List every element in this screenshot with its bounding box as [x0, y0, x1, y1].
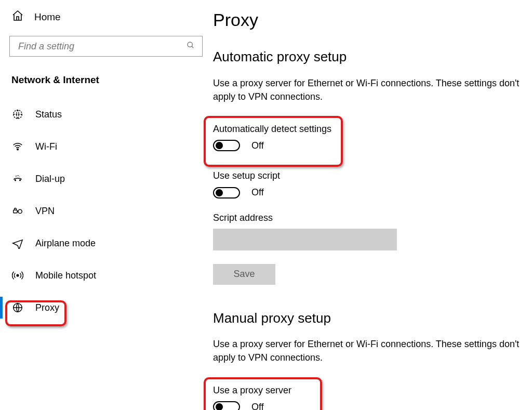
sidebar-item-label: Status — [35, 109, 62, 120]
home-nav[interactable]: Home — [0, 7, 213, 33]
sidebar-item-label: Wi-Fi — [35, 141, 57, 152]
svg-rect-6 — [14, 210, 17, 213]
auto-proxy-description: Use a proxy server for Ethernet or Wi-Fi… — [213, 76, 527, 103]
svg-point-0 — [188, 42, 192, 47]
script-address-input[interactable] — [213, 229, 397, 250]
sidebar-item-label: VPN — [35, 206, 55, 217]
svg-point-5 — [20, 180, 21, 181]
svg-point-3 — [17, 149, 19, 150]
svg-point-7 — [18, 209, 22, 213]
dialup-icon — [11, 173, 24, 184]
auto-detect-state: Off — [251, 139, 264, 152]
manual-proxy-heading: Manual proxy setup — [213, 309, 527, 328]
content-pane: Proxy Automatic proxy setup Use a proxy … — [213, 0, 532, 410]
sidebar-item-airplane[interactable]: Airplane mode — [0, 227, 213, 259]
auto-detect-toggle[interactable] — [213, 140, 240, 151]
globe-dashed-icon — [11, 109, 24, 120]
hotspot-icon — [11, 270, 24, 281]
svg-point-8 — [17, 274, 19, 276]
sidebar-item-wifi[interactable]: Wi-Fi — [0, 130, 213, 163]
home-icon — [11, 9, 24, 24]
page-title: Proxy — [213, 7, 527, 33]
sidebar-item-label: Proxy — [35, 302, 59, 313]
auto-detect-label: Automatically detect settings — [213, 122, 334, 136]
search-icon — [187, 41, 195, 51]
svg-point-4 — [15, 180, 16, 181]
use-proxy-toggle[interactable] — [213, 401, 240, 410]
airplane-icon — [11, 237, 24, 249]
sidebar-item-proxy[interactable]: Proxy — [0, 292, 213, 324]
sidebar: Home Network & Internet Status — [0, 0, 213, 410]
sidebar-item-vpn[interactable]: VPN — [0, 195, 213, 227]
nav-list: Status Wi-Fi Dial-up — [0, 98, 213, 324]
sidebar-item-dialup[interactable]: Dial-up — [0, 163, 213, 195]
svg-line-1 — [192, 46, 193, 48]
selection-accent — [0, 297, 3, 319]
home-label: Home — [34, 11, 61, 23]
save-button[interactable]: Save — [213, 264, 275, 285]
use-script-toggle[interactable] — [213, 187, 240, 199]
globe-icon — [11, 302, 24, 313]
use-proxy-state: Off — [251, 400, 264, 410]
sidebar-item-label: Mobile hotspot — [35, 270, 96, 281]
use-script-label: Use setup script — [213, 169, 527, 182]
use-proxy-group: Use a proxy server Off — [206, 378, 320, 410]
search-input[interactable] — [17, 41, 187, 52]
vpn-icon — [11, 205, 24, 217]
category-heading: Network & Internet — [0, 57, 213, 93]
wifi-icon — [11, 141, 24, 152]
search-box[interactable] — [9, 36, 203, 57]
script-address-label: Script address — [213, 211, 527, 224]
sidebar-item-label: Dial-up — [35, 174, 65, 184]
sidebar-item-status[interactable]: Status — [0, 98, 213, 130]
sidebar-item-label: Airplane mode — [35, 238, 96, 249]
use-proxy-label: Use a proxy server — [213, 383, 313, 397]
auto-proxy-heading: Automatic proxy setup — [213, 47, 527, 67]
sidebar-item-hotspot[interactable]: Mobile hotspot — [0, 259, 213, 292]
manual-proxy-description: Use a proxy server for Ethernet or Wi-Fi… — [213, 337, 527, 364]
auto-detect-group: Automatically detect settings Off — [206, 117, 341, 169]
use-script-state: Off — [251, 186, 264, 199]
